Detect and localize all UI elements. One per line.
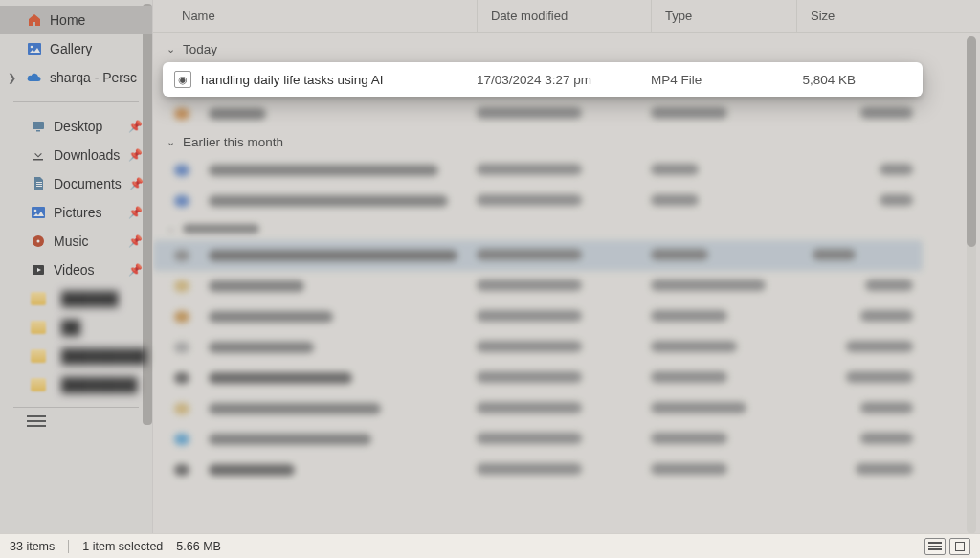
sidebar-folder-item[interactable]: █████████: [0, 342, 152, 370]
sidebar-item-onedrive[interactable]: ❯ sharqa - Persc: [0, 63, 152, 92]
file-type: MP4 File: [651, 73, 796, 87]
sidebar-item-desktop[interactable]: Desktop 📌: [0, 112, 152, 141]
file-row-selected[interactable]: [153, 240, 923, 271]
file-row[interactable]: [153, 393, 980, 424]
file-row[interactable]: [153, 271, 980, 301]
sidebar-folder-item[interactable]: ██: [0, 313, 152, 342]
status-separator: [68, 540, 69, 553]
file-row[interactable]: [153, 332, 980, 363]
column-header-type[interactable]: Type: [651, 0, 796, 32]
status-item-count: 33 items: [10, 540, 55, 553]
group-today[interactable]: ⌄ Today: [153, 36, 980, 62]
main-pane: Name Date modified Type Size ⌄ Today ◉: [153, 0, 980, 533]
sidebar-item-label: Videos: [54, 262, 95, 278]
pin-icon: 📌: [128, 263, 143, 277]
sidebar-separator: [13, 101, 139, 102]
view-details-button[interactable]: [924, 538, 946, 555]
pin-icon: 📌: [128, 206, 143, 219]
svg-rect-4: [32, 207, 45, 218]
download-icon: [31, 147, 46, 163]
file-name: handling daily life tasks using AI: [201, 73, 384, 87]
file-row[interactable]: [153, 155, 980, 186]
group-blurred[interactable]: ⌄: [153, 216, 980, 240]
documents-icon: [31, 176, 46, 191]
view-thumbnails-button[interactable]: [949, 538, 970, 555]
file-row[interactable]: [153, 455, 980, 485]
group-earlier-this-month[interactable]: ⌄ Earlier this month: [153, 129, 980, 155]
gallery-icon: [27, 41, 42, 56]
chevron-down-icon: ⌄: [167, 136, 175, 148]
sidebar: Home Gallery ❯ sharqa - Persc: [0, 0, 153, 533]
file-row-highlight[interactable]: ◉ handling daily life tasks using AI 17/…: [163, 62, 923, 97]
sidebar-item-videos[interactable]: Videos 📌: [0, 256, 152, 284]
status-selection: 1 item selected: [82, 540, 163, 553]
chevron-down-icon: ⌄: [167, 43, 175, 56]
sidebar-folder-item[interactable]: ██████: [0, 284, 152, 313]
column-header-date[interactable]: Date modified: [477, 0, 651, 32]
group-label: Today: [183, 42, 217, 56]
pin-icon: 📌: [129, 177, 144, 190]
pin-icon: 📌: [128, 234, 143, 248]
sidebar-item-label: Pictures: [54, 205, 102, 220]
file-row[interactable]: [153, 424, 980, 455]
sidebar-item-label: Downloads: [54, 147, 120, 163]
svg-point-5: [34, 210, 37, 212]
folder-icon: [31, 321, 46, 334]
sidebar-item-pictures[interactable]: Pictures 📌: [0, 198, 152, 227]
sidebar-item-downloads[interactable]: Downloads 📌: [0, 141, 152, 169]
file-list: ⌄ Today ◉ handling daily life tasks usin…: [153, 33, 980, 533]
column-header-size[interactable]: Size: [796, 0, 980, 32]
file-size: 5,804 KB: [796, 73, 923, 87]
pin-icon: 📌: [128, 120, 143, 133]
videos-icon: [31, 262, 46, 278]
sidebar-item-music[interactable]: Music 📌: [0, 227, 152, 256]
svg-rect-0: [28, 43, 41, 55]
file-date: 17/03/2024 3:27 pm: [477, 73, 651, 87]
sidebar-folder-item[interactable]: ████████: [0, 370, 152, 399]
column-headers: Name Date modified Type Size: [153, 0, 980, 33]
sidebar-item-label: sharqa - Persc: [50, 70, 137, 85]
pictures-icon: [31, 205, 46, 220]
video-file-icon: ◉: [174, 71, 191, 88]
sidebar-item-label: Desktop: [54, 119, 102, 134]
pin-icon: 📌: [128, 148, 143, 162]
svg-point-1: [31, 46, 33, 49]
sidebar-item-home[interactable]: Home: [0, 6, 152, 34]
sidebar-item-label: Home: [50, 12, 85, 28]
sidebar-item-documents[interactable]: Documents 📌: [0, 169, 152, 198]
cloud-icon: [27, 70, 42, 85]
svg-point-7: [37, 240, 40, 243]
folder-icon: [31, 292, 46, 305]
sidebar-item-label: Documents: [54, 176, 122, 191]
svg-rect-2: [33, 122, 44, 129]
music-icon: [31, 234, 46, 249]
folder-icon: [31, 349, 46, 363]
file-row[interactable]: [153, 301, 980, 332]
desktop-icon: [31, 119, 46, 134]
sidebar-separator: [13, 407, 139, 408]
svg-rect-3: [36, 130, 40, 132]
folder-icon: [31, 378, 46, 391]
file-row[interactable]: [153, 186, 980, 216]
body-area: Home Gallery ❯ sharqa - Persc: [0, 0, 980, 533]
sidebar-item-gallery[interactable]: Gallery: [0, 34, 152, 63]
status-selection-size: 5.66 MB: [176, 540, 221, 553]
file-row[interactable]: [153, 99, 980, 129]
home-icon: [27, 12, 42, 28]
group-label: Earlier this month: [183, 135, 283, 149]
column-header-name[interactable]: Name: [153, 0, 477, 32]
chevron-right-icon: ❯: [8, 72, 16, 84]
file-row[interactable]: [153, 363, 980, 393]
network-icon[interactable]: [27, 415, 46, 427]
sidebar-item-label: Gallery: [50, 41, 92, 56]
status-bar: 33 items 1 item selected 5.66 MB: [0, 533, 980, 558]
sidebar-item-label: Music: [54, 234, 89, 249]
